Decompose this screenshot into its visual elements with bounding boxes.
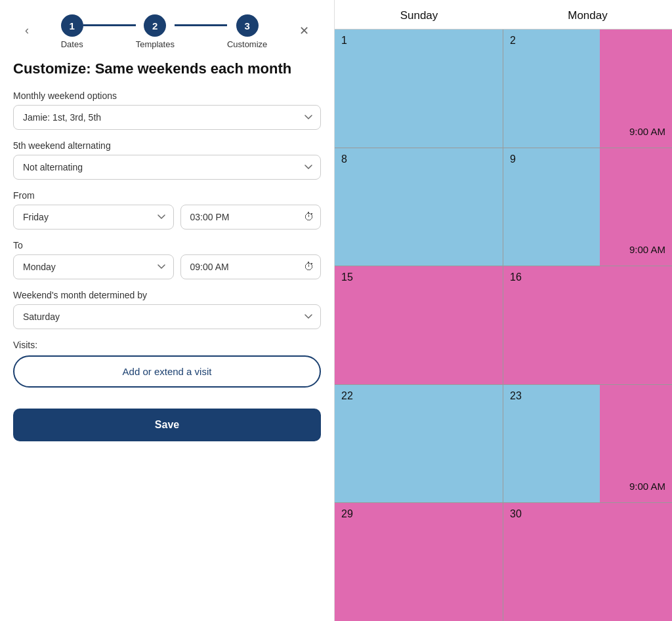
cell-2-pink: 9:00 AM	[600, 30, 672, 148]
date-23: 23	[510, 390, 522, 401]
calendar-body: 1 2 9:00 AM 8 9 9:00 AM	[335, 30, 672, 621]
step-3: 3 Customize	[227, 14, 267, 49]
cell-30-pink2	[600, 503, 672, 621]
step-1-label: Dates	[61, 39, 83, 49]
cal-cell-1: 1	[335, 30, 503, 148]
date-1: 1	[341, 35, 347, 46]
page-title: Customize: Same weekends each month	[13, 60, 321, 79]
calendar-row-1: 1 2 9:00 AM	[335, 30, 672, 148]
date-2: 2	[510, 35, 516, 46]
stepper: ‹ 1 Dates 2 Templates 3 Customize	[13, 12, 321, 60]
visits-label: Visits:	[13, 340, 321, 350]
from-group: From Friday ⏱	[13, 190, 321, 230]
cal-cell-16: 16	[503, 266, 672, 384]
visits-group: Visits: Add or extend a visit	[13, 340, 321, 398]
time-9: 9:00 AM	[629, 244, 665, 255]
cell-30-pink: 30	[503, 503, 600, 621]
from-time-wrapper: ⏱	[180, 205, 322, 230]
cal-cell-23: 23 9:00 AM	[503, 385, 672, 503]
step-2-circle: 2	[144, 14, 166, 37]
step-2: 2 Templates	[136, 14, 175, 49]
from-label: From	[13, 190, 321, 201]
add-visit-button[interactable]: Add or extend a visit	[13, 355, 321, 388]
calendar-row-3: 15 16	[335, 266, 672, 385]
calendar-row-5: 29 30	[335, 503, 672, 621]
from-time-input[interactable]	[180, 205, 322, 230]
fifth-weekend-label: 5th weekend alternating	[13, 140, 321, 151]
back-icon: ‹	[25, 24, 29, 37]
date-15: 15	[341, 271, 353, 283]
cal-cell-22: 22	[335, 385, 503, 503]
cal-cell-8: 8	[335, 148, 503, 266]
cal-cell-29: 29	[335, 503, 503, 621]
right-panel: Sunday Monday 1 2 9:00 AM 8	[335, 0, 672, 621]
date-16: 16	[510, 271, 522, 283]
header-monday: Monday	[503, 9, 672, 22]
monthly-weekend-label: Monthly weekend options	[13, 90, 321, 101]
close-icon: ✕	[299, 24, 309, 38]
fifth-weekend-select[interactable]: Not alternating	[13, 155, 321, 180]
to-time-input[interactable]	[180, 254, 322, 279]
cell-9-pink: 9:00 AM	[600, 148, 672, 266]
step-1: 1 Dates	[61, 14, 83, 49]
cal-cell-2: 2 9:00 AM	[503, 30, 672, 148]
month-determined-label: Weekend's month determined by	[13, 290, 321, 300]
step-1-circle: 1	[61, 14, 83, 37]
connector-2-3	[175, 24, 227, 26]
save-button[interactable]: Save	[13, 409, 321, 441]
to-day-select[interactable]: Monday	[13, 254, 174, 279]
time-23: 9:00 AM	[629, 481, 665, 492]
date-22: 22	[341, 390, 353, 401]
month-determined-group: Weekend's month determined by Saturday	[13, 290, 321, 329]
back-button[interactable]: ‹	[20, 21, 34, 40]
date-9: 9	[510, 153, 516, 165]
cell-2-blue: 2	[503, 30, 600, 148]
date-30: 30	[510, 508, 522, 519]
step-3-label: Customize	[227, 39, 267, 49]
date-8: 8	[341, 153, 347, 165]
cal-cell-30: 30	[503, 503, 672, 621]
stepper-steps: 1 Dates 2 Templates 3 Customize	[34, 12, 294, 49]
step-3-circle: 3	[236, 14, 259, 37]
month-determined-select[interactable]: Saturday	[13, 304, 321, 329]
calendar-header: Sunday Monday	[335, 0, 672, 30]
from-row: Friday ⏱	[13, 205, 321, 230]
from-day-select[interactable]: Friday	[13, 205, 174, 230]
cell-23-pink: 9:00 AM	[600, 385, 672, 503]
to-label: To	[13, 240, 321, 250]
time-2: 9:00 AM	[629, 126, 665, 137]
step-2-label: Templates	[136, 39, 175, 49]
close-button[interactable]: ✕	[294, 21, 314, 41]
calendar-row-2: 8 9 9:00 AM	[335, 148, 672, 267]
to-group: To Monday ⏱	[13, 240, 321, 279]
left-panel: ‹ 1 Dates 2 Templates 3 Customize	[0, 0, 335, 621]
cal-cell-9: 9 9:00 AM	[503, 148, 672, 266]
header-sunday: Sunday	[335, 9, 503, 22]
cell-23-blue: 23	[503, 385, 600, 503]
monthly-weekend-group: Monthly weekend options Jamie: 1st, 3rd,…	[13, 90, 321, 130]
cell-9-blue: 9	[503, 148, 600, 266]
to-row: Monday ⏱	[13, 254, 321, 279]
calendar-row-4: 22 23 9:00 AM	[335, 385, 672, 504]
date-29: 29	[341, 508, 353, 519]
to-time-wrapper: ⏱	[180, 254, 322, 279]
fifth-weekend-group: 5th weekend alternating Not alternating	[13, 140, 321, 180]
connector-1-2	[83, 24, 136, 26]
cal-cell-15: 15	[335, 266, 503, 384]
monthly-weekend-select[interactable]: Jamie: 1st, 3rd, 5th	[13, 105, 321, 130]
